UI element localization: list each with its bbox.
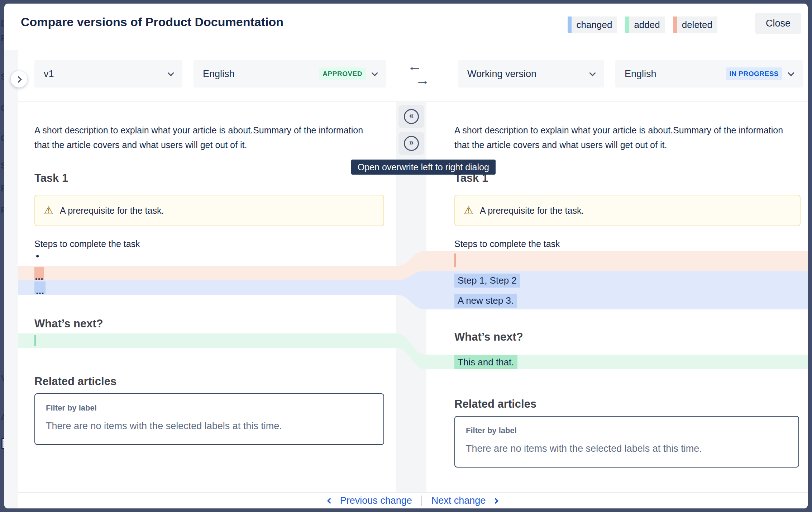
legend-deleted-label: deleted [677, 16, 717, 33]
related-articles-heading: Related articles [454, 398, 536, 411]
warning-icon: ⚠ [44, 205, 53, 216]
overwrite-right-to-left-button[interactable]: « [398, 105, 424, 128]
left-version-panel: A short description to explain what your… [18, 102, 396, 492]
footer-divider [421, 496, 422, 506]
left-version-value: v1 [44, 68, 54, 80]
chevron-down-icon [788, 70, 794, 76]
changed-diff-band: … [18, 280, 396, 295]
warning-panel: ⚠ A prerequisite for the task. [34, 195, 384, 226]
chevron-right-icon [493, 498, 499, 504]
added-cursor-bar [34, 335, 36, 346]
left-language-value: English [203, 68, 235, 80]
task-heading: Task 1 [34, 172, 68, 185]
close-button[interactable]: Close [755, 13, 801, 34]
right-version-value: Working version [467, 68, 536, 80]
warning-icon: ⚠ [464, 205, 473, 216]
deleted-diff-band [426, 251, 808, 271]
next-change-button[interactable]: Next change [431, 495, 498, 506]
right-language-value: English [625, 68, 656, 80]
chevron-down-icon [167, 70, 174, 76]
deleted-color-swatch [673, 16, 677, 33]
deleted-diff-band: … [18, 266, 396, 280]
diff-content: « » Open overwrite left to right dialog … [18, 102, 808, 492]
no-items-message: There are no items with the selected lab… [466, 443, 702, 454]
legend-changed: changed [568, 16, 617, 33]
added-color-swatch [625, 16, 629, 33]
in-progress-status-badge: IN PROGRESS [726, 67, 782, 80]
warning-text: A prerequisite for the task. [480, 205, 584, 216]
chevron-right-icon [15, 76, 22, 82]
filter-by-label: Filter by label [466, 426, 517, 435]
warning-text: A prerequisite for the task. [60, 205, 164, 216]
legend-changed-label: changed [572, 16, 617, 33]
added-text-line: This and that. [454, 355, 517, 369]
warning-panel: ⚠ A prerequisite for the task. [454, 195, 801, 226]
overwrite-tooltip: Open overwrite left to right dialog [351, 160, 496, 175]
article-description: A short description to explain what your… [454, 123, 789, 152]
right-language-select[interactable]: English IN PROGRESS [615, 60, 803, 87]
approved-status-badge: APPROVED [319, 67, 366, 80]
related-articles-box: Filter by label There are no items with … [454, 416, 799, 468]
chevron-down-icon [371, 70, 378, 76]
steps-label: Steps to complete the task [454, 239, 560, 249]
legend-deleted: deleted [673, 16, 717, 33]
no-items-message: There are no items with the selected lab… [46, 421, 282, 432]
list-bullet: • [36, 251, 39, 262]
added-diff-band [18, 333, 396, 348]
article-description: A short description to explain what your… [34, 123, 369, 152]
deleted-cursor-bar [454, 253, 456, 267]
left-version-select[interactable]: v1 [34, 60, 182, 87]
previous-change-label: Previous change [340, 495, 412, 506]
dialog-title: Compare versions of Product Documentatio… [21, 15, 283, 29]
change-navigation-footer: Previous change Next change [18, 492, 808, 508]
added-diff-band: This and that. [426, 355, 808, 369]
double-chevron-right-icon: » [404, 136, 419, 151]
steps-label: Steps to complete the task [34, 239, 140, 249]
right-version-select[interactable]: Working version [458, 60, 604, 87]
diff-legend: changed added deleted [568, 16, 717, 33]
left-language-select[interactable]: English APPROVED [194, 60, 386, 87]
changed-stub: … [34, 281, 46, 294]
legend-added: added [625, 16, 665, 33]
changed-diff-band: Step 1, Step 2 A new step 3. [426, 271, 808, 309]
whats-next-heading: What’s next? [454, 331, 523, 343]
overwrite-left-to-right-button[interactable]: » [398, 132, 424, 155]
legend-added-label: added [629, 16, 665, 33]
changed-text-line: A new step 3. [454, 294, 517, 308]
related-articles-box: Filter by label There are no items with … [34, 393, 384, 445]
chevron-left-icon [327, 498, 333, 504]
double-chevron-left-icon: « [404, 109, 419, 124]
whats-next-heading: What’s next? [34, 317, 103, 330]
filter-by-label: Filter by label [46, 403, 97, 413]
swap-sides-icon: ← → [407, 61, 430, 86]
related-articles-heading: Related articles [34, 375, 116, 388]
compare-versions-dialog: Compare versions of Product Documentatio… [4, 4, 808, 508]
changed-color-swatch [568, 16, 572, 33]
collapsed-sidebar-rail [4, 50, 18, 508]
changed-text-line: Step 1, Step 2 [454, 274, 520, 288]
previous-change-button[interactable]: Previous change [328, 495, 412, 506]
expand-sidebar-button[interactable] [11, 71, 27, 87]
right-arrow-icon: → [415, 72, 430, 88]
chevron-down-icon [589, 70, 596, 76]
next-change-label: Next change [431, 495, 486, 506]
deleted-stub: … [34, 267, 44, 280]
compare-toolbar: v1 English APPROVED ← → Working version … [18, 50, 808, 102]
